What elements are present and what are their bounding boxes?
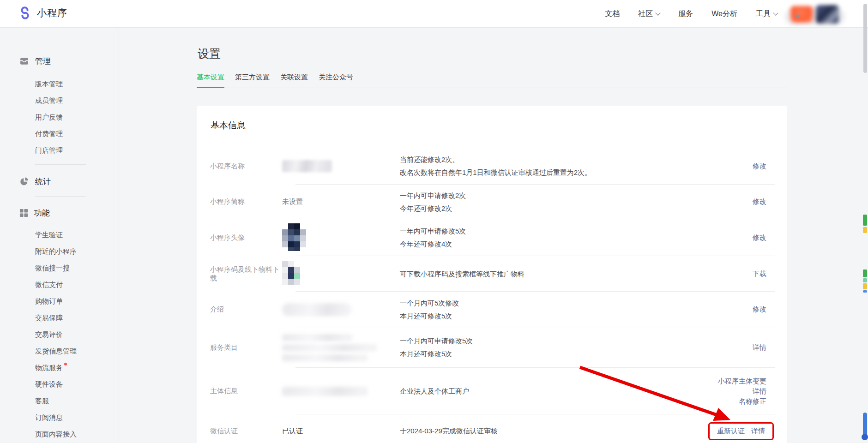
scroll-annotation-mark-blue — [863, 290, 867, 293]
sidebar-item-version-mgmt[interactable]: 版本管理 — [0, 76, 119, 92]
row-label: 介绍 — [197, 305, 282, 314]
chevron-down-icon — [773, 10, 778, 15]
scroll-annotation-mark-green — [863, 269, 867, 277]
pie-chart-icon — [19, 177, 29, 186]
sidebar-item-wechat-search[interactable]: 微信搜一搜 — [0, 260, 119, 276]
sidebar-group-features-items: 学生验证 附近的小程序 微信搜一搜 微信支付 购物订单 交易保障 交易评价 发货… — [0, 227, 119, 443]
row-desc: 当前还能修改2次。 改名次数将在自然年1月1日和微信认证审核通过后重置为2次。 — [400, 153, 709, 179]
red-dot-badge — [64, 363, 67, 365]
app-title: 小程序 — [37, 6, 67, 19]
row-miniprogram-shortname: 小程序简称 未设置 一年内可申请修改2次 今年还可修改2次 修改 — [197, 185, 787, 219]
nav-tools-label: 工具 — [756, 9, 771, 19]
nav-community-label: 社区 — [638, 9, 653, 19]
sidebar-item-wechat-pay[interactable]: 微信支付 — [0, 276, 119, 293]
modify-link[interactable]: 修改 — [753, 198, 766, 205]
row-wechat-verification: 微信认证 已认证 于2024-03-29完成微信认证审核 重新认证 详情 — [197, 414, 787, 443]
sidebar-item-nearby-miniprogram[interactable]: 附近的小程序 — [0, 243, 119, 260]
sidebar-item-hardware[interactable]: 硬件设备 — [0, 376, 119, 393]
row-introduction: 介绍 一个月内可5次修改 本月还可修改5次 修改 — [197, 292, 787, 327]
row-miniprogram-code-material: 小程序码及线下物料下载 可下载小程序码及搜索框等线下推广物料 下载 — [197, 256, 787, 292]
sidebar-item-shopping-orders[interactable]: 购物订单 — [0, 293, 119, 310]
reverify-link[interactable]: 重新认证 — [717, 427, 745, 436]
row-value: 未设置 — [282, 198, 400, 206]
scroll-annotation-mark-green — [863, 215, 867, 226]
sidebar-group-features[interactable]: 功能 — [0, 206, 119, 219]
redacted-category-value — [282, 334, 400, 361]
modify-link[interactable]: 修改 — [753, 233, 766, 241]
tab-thirdparty-settings[interactable]: 第三方设置 — [235, 73, 270, 88]
modify-link[interactable]: 修改 — [753, 305, 766, 313]
redacted-name-value — [282, 160, 332, 172]
row-label: 小程序头像 — [197, 233, 282, 242]
tab-basic-settings[interactable]: 基本设置 — [197, 73, 224, 88]
sidebar-item-page-content[interactable]: 页面内容接入 — [0, 426, 119, 443]
scroll-annotation-mark-yellow — [863, 283, 867, 289]
redacted-intro-value — [282, 303, 351, 316]
scrollbar-thumb[interactable] — [863, 4, 867, 73]
sidebar-item-subscribe-message[interactable]: 订阅消息 — [0, 409, 119, 426]
redacted-entity-value — [282, 387, 368, 396]
nav-docs-label: 文档 — [605, 9, 620, 19]
sidebar-group-management[interactable]: 管理 — [0, 54, 119, 67]
row-desc: 于2024-03-29完成微信认证审核 — [400, 425, 708, 437]
nav-community[interactable]: 社区 — [638, 9, 660, 19]
row-desc: 一个月内可申请修改5次 本月还可修改5次 — [400, 335, 709, 360]
sidebar-item-member-mgmt[interactable]: 成员管理 — [0, 92, 119, 109]
sidebar-item-user-feedback[interactable]: 用户反馈 — [0, 109, 119, 126]
sidebar-divider — [35, 196, 86, 197]
desc-line: 改名次数将在自然年1月1日和微信认证审核通过后重置为2次。 — [400, 166, 709, 179]
row-desc: 一个月内可5次修改 本月还可修改5次 — [400, 297, 709, 323]
download-link[interactable]: 下载 — [753, 269, 766, 277]
detail-link[interactable]: 详情 — [751, 427, 765, 436]
grid-icon — [19, 209, 28, 217]
sidebar-group-management-items: 版本管理 成员管理 用户反馈 付费管理 门店管理 — [0, 76, 119, 159]
row-label: 小程序码及线下物料下载 — [197, 265, 282, 283]
name-correction-link[interactable]: 名称修正 — [739, 396, 766, 406]
row-label: 主体信息 — [197, 387, 282, 395]
page-title: 设置 — [198, 46, 221, 61]
desc-line: 今年还可修改4次 — [400, 238, 709, 251]
miniprogram-logo-icon — [18, 6, 32, 20]
sidebar-item-customer-service[interactable]: 客服 — [0, 393, 119, 409]
sidebar-item-trade-guarantee[interactable]: 交易保障 — [0, 310, 119, 326]
card-heading: 基本信息 — [211, 120, 246, 132]
nav-weanalytics[interactable]: We分析 — [711, 9, 737, 19]
sidebar-item-store-mgmt[interactable]: 门店管理 — [0, 142, 119, 159]
tab-related-settings[interactable]: 关联设置 — [280, 73, 308, 88]
wechat-miniprogram-console: 小程序 文档 社区 服务 We分析 工具 管理 版本管理 成员管理 用户反馈 付… — [0, 0, 868, 443]
desc-line: 一年内可申请修改2次 — [400, 189, 709, 202]
app-logo[interactable]: 小程序 — [18, 6, 67, 20]
desc-line: 一年内可申请修改5次 — [400, 225, 709, 238]
row-desc: 一年内可申请修改2次 今年还可修改2次 — [400, 189, 709, 215]
sidebar-item-logistics[interactable]: 物流服务 — [0, 359, 119, 376]
account-badge-blurred[interactable] — [790, 6, 814, 23]
sidebar-item-student-verify[interactable]: 学生验证 — [0, 227, 119, 243]
nav-tools[interactable]: 工具 — [756, 9, 778, 19]
detail-link[interactable]: 详情 — [753, 343, 766, 351]
avatar[interactable] — [816, 5, 839, 24]
basic-info-card: 基本信息 小程序名称 当前还能修改2次。 改名次数将在自然年1月1日和微信认证审… — [197, 106, 787, 443]
verification-status: 已认证 — [282, 427, 303, 435]
row-label: 小程序名称 — [197, 162, 282, 171]
archive-icon — [19, 56, 29, 66]
row-desc: 一年内可申请修改5次 今年还可修改4次 — [400, 225, 709, 251]
scroll-annotation-mark-yellow — [863, 227, 867, 233]
scroll-annotation-mark-teal — [863, 278, 867, 282]
row-desc: 企业法人及个体工商户 — [400, 385, 709, 398]
entity-change-link[interactable]: 小程序主体变更 — [718, 376, 766, 386]
tab-follow-official-account[interactable]: 关注公众号 — [319, 73, 353, 88]
nav-services[interactable]: 服务 — [678, 9, 693, 19]
redacted-avatar-image — [282, 223, 306, 251]
detail-link[interactable]: 详情 — [753, 386, 766, 396]
sidebar-item-trade-review[interactable]: 交易评价 — [0, 326, 119, 343]
nav-services-label: 服务 — [678, 9, 693, 19]
modify-link[interactable]: 修改 — [753, 162, 766, 170]
nav-docs[interactable]: 文档 — [605, 9, 620, 19]
sidebar-item-payment-mgmt[interactable]: 付费管理 — [0, 126, 119, 142]
sidebar-group-label: 功能 — [34, 208, 50, 218]
sidebar-group-statistics[interactable]: 统计 — [0, 175, 119, 188]
chevron-down-icon — [656, 10, 661, 15]
sidebar-item-shipping-info[interactable]: 发货信息管理 — [0, 343, 119, 359]
sidebar-group-label: 管理 — [35, 56, 51, 66]
settings-tabs: 基本设置 第三方设置 关联设置 关注公众号 — [197, 73, 787, 88]
